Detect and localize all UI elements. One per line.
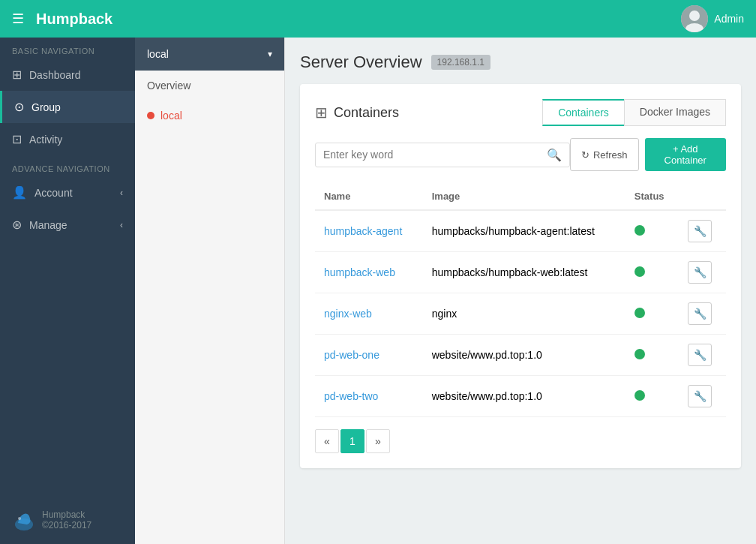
- container-action-button[interactable]: 🔧: [688, 385, 712, 407]
- status-dot-icon: [634, 390, 645, 401]
- pagination-current[interactable]: 1: [340, 429, 364, 453]
- menu-toggle-icon[interactable]: ☰: [12, 11, 24, 27]
- tabs: Containers Docker Images: [542, 99, 726, 126]
- container-name-link[interactable]: humpback-web: [324, 266, 395, 278]
- footer-title: Humpback: [42, 509, 92, 520]
- container-status-cell: [626, 335, 679, 376]
- sidebar-item-activity[interactable]: ⊡ Activity: [0, 123, 135, 155]
- table-row: humpback-agent humpbacks/humpback-agent:…: [315, 210, 726, 252]
- activity-icon: ⊡: [12, 132, 22, 146]
- containers-table: Name Image Status humpback-agent humpbac…: [315, 183, 726, 417]
- chevron-down-icon: ▾: [268, 49, 272, 59]
- action-buttons: ↻ Refresh + Add Container: [570, 138, 726, 171]
- container-action-cell: 🔧: [679, 252, 726, 293]
- container-image-cell: website/www.pd.top:1.0: [423, 335, 626, 376]
- container-name-link[interactable]: nginx-web: [324, 308, 372, 320]
- page-header: Server Overview 192.168.1.1: [300, 53, 741, 72]
- manage-icon: ⊛: [12, 218, 22, 232]
- sidebar-footer: Humpback ©2016-2017: [0, 496, 135, 544]
- containers-card: ⊞ Containers Containers Docker Images 🔍 …: [300, 84, 741, 468]
- table-row: pd-web-two website/www.pd.top:1.0 🔧: [315, 376, 726, 417]
- app-title: Humpback: [36, 11, 112, 28]
- container-name-cell: humpback-agent: [315, 210, 423, 252]
- refresh-label: Refresh: [593, 149, 628, 161]
- col-status: Status: [626, 183, 679, 210]
- chevron-right-icon: ‹: [120, 220, 123, 230]
- grid-icon: ⊞: [315, 104, 328, 122]
- status-dot-icon: [634, 308, 645, 318]
- sidebar-item-label: Manage: [29, 219, 68, 231]
- sub-nav-label: Overview: [147, 80, 190, 92]
- footer-copy: ©2016-2017: [42, 520, 92, 530]
- container-action-cell: 🔧: [679, 335, 726, 376]
- header-right: Admin: [681, 5, 744, 32]
- sidebar-item-account[interactable]: 👤 Account ‹: [0, 176, 135, 209]
- status-dot-icon: [634, 349, 645, 359]
- search-box: 🔍: [315, 143, 570, 167]
- sidebar-item-label: Activity: [29, 134, 62, 146]
- server-name: local: [147, 48, 169, 60]
- refresh-icon: ↻: [581, 149, 590, 161]
- sidebar-item-manage[interactable]: ⊛ Manage ‹: [0, 209, 135, 241]
- page-title: Server Overview: [300, 53, 422, 72]
- footer-text: Humpback ©2016-2017: [42, 509, 92, 530]
- refresh-button[interactable]: ↻ Refresh: [570, 138, 639, 171]
- container-action-cell: 🔧: [679, 293, 726, 335]
- tab-docker-images[interactable]: Docker Images: [624, 99, 726, 126]
- server-selector[interactable]: local ▾: [135, 38, 284, 71]
- add-label: + Add Container: [656, 143, 716, 166]
- table-row: nginx-web nginx 🔧: [315, 293, 726, 335]
- account-icon: 👤: [12, 185, 27, 200]
- toolbar: 🔍 ↻ Refresh + Add Container: [315, 138, 726, 171]
- container-name-cell: pd-web-two: [315, 376, 423, 417]
- container-name-link[interactable]: pd-web-two: [324, 390, 378, 402]
- sidebar: BASIC NAVIGATION ⊞ Dashboard ⊙ Group ⊡ A…: [0, 38, 135, 544]
- advance-nav-label: ADVANCE NAVIGATION: [0, 155, 135, 176]
- search-input[interactable]: [323, 149, 547, 161]
- container-image-cell: humpbacks/humpback-web:latest: [423, 252, 626, 293]
- container-status-cell: [626, 210, 679, 252]
- table-header-row: Name Image Status: [315, 183, 726, 210]
- container-action-button[interactable]: 🔧: [688, 302, 712, 325]
- top-header: ☰ Humpback Admin: [0, 0, 756, 38]
- sidebar-item-group[interactable]: ⊙ Group: [0, 91, 135, 123]
- container-name-link[interactable]: pd-web-one: [324, 349, 380, 361]
- col-image: Image: [423, 183, 626, 210]
- sidebar-item-label: Dashboard: [29, 69, 81, 81]
- card-title-text: Containers: [334, 105, 399, 121]
- table-row: humpback-web humpbacks/humpback-web:late…: [315, 252, 726, 293]
- sidebar-item-label: Group: [32, 101, 61, 113]
- pagination-next[interactable]: »: [366, 429, 390, 453]
- pagination: « 1 »: [315, 429, 726, 453]
- status-dot-icon: [634, 266, 645, 277]
- tab-containers[interactable]: Containers: [542, 99, 624, 126]
- status-dot-icon: [634, 225, 645, 236]
- container-name-cell: nginx-web: [315, 293, 423, 335]
- container-status-cell: [626, 252, 679, 293]
- table-row: pd-web-one website/www.pd.top:1.0 🔧: [315, 335, 726, 376]
- container-action-button[interactable]: 🔧: [688, 344, 712, 366]
- sub-nav-overview[interactable]: Overview: [135, 71, 284, 101]
- container-action-button[interactable]: 🔧: [688, 220, 712, 242]
- main-layout: BASIC NAVIGATION ⊞ Dashboard ⊙ Group ⊡ A…: [0, 38, 756, 544]
- col-name: Name: [315, 183, 423, 210]
- server-ip-badge: 192.168.1.1: [431, 55, 490, 70]
- sub-nav-local[interactable]: local: [135, 101, 284, 131]
- container-action-cell: 🔧: [679, 376, 726, 417]
- container-action-cell: 🔧: [679, 210, 726, 252]
- sidebar-item-dashboard[interactable]: ⊞ Dashboard: [0, 59, 135, 91]
- add-container-button[interactable]: + Add Container: [645, 138, 727, 171]
- sub-sidebar: local ▾ Overview local: [135, 38, 285, 544]
- col-action: [679, 183, 726, 210]
- pagination-prev[interactable]: «: [315, 429, 339, 453]
- admin-label: Admin: [714, 13, 744, 25]
- group-icon: ⊙: [14, 100, 24, 114]
- container-name-cell: pd-web-one: [315, 335, 423, 376]
- card-title: ⊞ Containers: [315, 104, 399, 122]
- search-icon: 🔍: [547, 148, 562, 162]
- container-name-link[interactable]: humpback-agent: [324, 225, 402, 237]
- container-status-cell: [626, 376, 679, 417]
- container-action-button[interactable]: 🔧: [688, 261, 712, 284]
- basic-nav-label: BASIC NAVIGATION: [0, 38, 135, 59]
- container-image-cell: nginx: [423, 293, 626, 335]
